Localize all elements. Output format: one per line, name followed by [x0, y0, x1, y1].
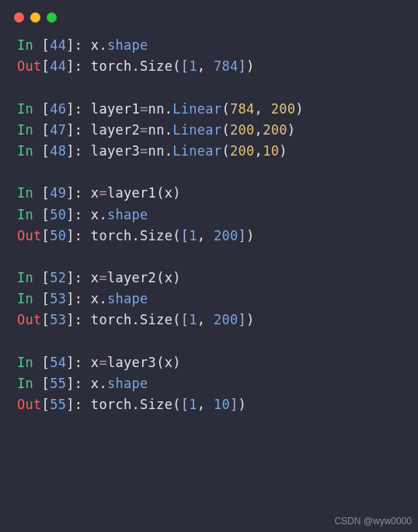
code-token: 1: [189, 397, 197, 412]
code-token: 10: [214, 397, 230, 412]
out-prompt-label: Out: [17, 397, 42, 412]
prompt-bracket: [: [42, 37, 51, 53]
code-token: .: [99, 291, 107, 306]
prompt-number: 53: [50, 291, 66, 306]
prompt-number: 44: [50, 58, 66, 74]
code-token: shape: [107, 207, 148, 222]
input-line: In [44]: x.shape: [17, 35, 401, 56]
prompt-bracket: [: [42, 122, 51, 138]
code-token: 200: [271, 101, 296, 117]
prompt-number: 53: [50, 312, 66, 327]
out-prompt-label: Out: [17, 312, 42, 327]
blank-line: [17, 331, 401, 352]
code-token: .: [165, 101, 173, 117]
code-token: torch.Size(: [91, 58, 181, 74]
code-token: .: [99, 37, 107, 53]
in-prompt-label: In: [17, 376, 42, 391]
window-controls: [0, 0, 418, 29]
input-line: In [47]: layer2=nn.Linear(200,200): [17, 120, 401, 141]
minimize-icon[interactable]: [30, 12, 40, 23]
code-token: x: [91, 355, 99, 370]
code-token: ): [279, 143, 287, 159]
prompt-number: 50: [50, 207, 66, 222]
prompt-bracket: [: [42, 291, 51, 306]
prompt-bracket: [: [42, 312, 51, 327]
code-token: .: [165, 143, 173, 159]
in-prompt-label: In: [17, 37, 42, 53]
code-token: .: [99, 207, 107, 222]
code-token: x: [91, 270, 99, 285]
code-token: x: [91, 376, 99, 391]
code-token: ): [246, 228, 255, 243]
code-token: ,: [255, 101, 271, 117]
in-prompt-label: In: [17, 101, 42, 117]
code-token: layer1: [91, 101, 140, 117]
code-token: (: [156, 270, 165, 285]
blank-line: [17, 247, 401, 268]
code-token: ): [239, 397, 247, 412]
code-token: layer3: [107, 355, 156, 370]
prompt-number: 49: [50, 185, 66, 201]
prompt-bracket: [: [42, 101, 51, 117]
code-token: =: [140, 143, 148, 159]
prompt-bracket: ]:: [66, 270, 91, 285]
prompt-bracket: ]:: [66, 376, 91, 391]
prompt-bracket: [: [42, 143, 51, 159]
close-icon[interactable]: [14, 12, 24, 23]
output-line: Out[50]: torch.Size([1, 200]): [17, 226, 401, 247]
input-line: In [48]: layer3=nn.Linear(200,10): [17, 141, 401, 162]
code-token: x: [91, 291, 99, 306]
input-line: In [50]: x.shape: [17, 205, 401, 226]
maximize-icon[interactable]: [47, 12, 57, 23]
code-token: ): [172, 270, 181, 285]
code-token: (: [221, 143, 230, 159]
prompt-bracket: [: [42, 355, 51, 370]
blank-line: [17, 162, 401, 183]
code-token: shape: [107, 376, 148, 391]
code-token: ]: [239, 58, 247, 74]
code-token: x: [165, 185, 173, 201]
code-token: nn: [148, 122, 165, 138]
code-token: ]: [239, 312, 247, 327]
terminal-output: In [44]: x.shapeOut[44]: torch.Size([1, …: [0, 29, 418, 422]
code-token: layer3: [91, 143, 140, 159]
code-token: ): [246, 312, 255, 327]
in-prompt-label: In: [17, 185, 42, 201]
prompt-number: 55: [50, 376, 66, 391]
code-token: layer2: [107, 270, 156, 285]
in-prompt-label: In: [17, 207, 42, 222]
code-token: 10: [263, 143, 279, 159]
watermark: CSDN @wyw0000: [334, 514, 412, 529]
input-line: In [52]: x=layer2(x): [17, 268, 401, 289]
prompt-bracket: ]:: [66, 312, 91, 327]
prompt-bracket: ]:: [66, 58, 91, 74]
code-token: ,: [197, 312, 214, 327]
in-prompt-label: In: [17, 122, 42, 138]
prompt-bracket: [: [42, 376, 51, 391]
code-token: ,: [197, 58, 214, 74]
prompt-bracket: [: [42, 185, 51, 201]
code-token: [: [181, 228, 190, 243]
output-line: Out[44]: torch.Size([1, 784]): [17, 56, 401, 77]
code-token: (: [221, 122, 230, 138]
prompt-bracket: ]:: [66, 143, 91, 159]
prompt-bracket: ]:: [66, 397, 91, 412]
code-token: (: [221, 101, 230, 117]
code-token: =: [140, 122, 148, 138]
code-token: [: [181, 58, 190, 74]
code-token: layer2: [91, 122, 140, 138]
prompt-bracket: ]:: [66, 101, 91, 117]
prompt-bracket: ]:: [66, 185, 91, 201]
code-token: x: [91, 185, 99, 201]
code-token: ,: [255, 122, 263, 138]
prompt-bracket: ]:: [66, 228, 91, 243]
code-token: ,: [197, 397, 214, 412]
code-token: ): [246, 58, 255, 74]
code-token: nn: [148, 101, 165, 117]
code-token: x: [165, 270, 173, 285]
code-token: [: [181, 312, 190, 327]
out-prompt-label: Out: [17, 58, 42, 74]
input-line: In [49]: x=layer1(x): [17, 183, 401, 204]
code-token: ): [287, 122, 296, 138]
prompt-number: 52: [50, 270, 66, 285]
